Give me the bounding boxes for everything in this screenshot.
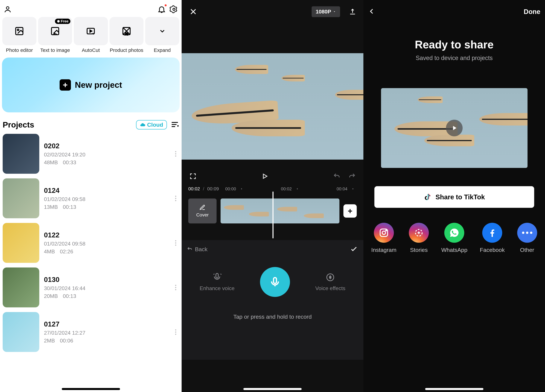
timeline[interactable]: Cover + xyxy=(182,197,363,225)
svg-text:AI: AI xyxy=(125,32,128,36)
tool-autocut[interactable]: AutoCut xyxy=(74,17,108,53)
project-menu-button[interactable] xyxy=(172,238,179,248)
sort-button[interactable] xyxy=(171,120,179,129)
project-size: 48MB xyxy=(44,159,58,166)
share-stories-button[interactable]: Stories xyxy=(409,223,429,253)
projects-header: Projects Cloud xyxy=(2,120,180,129)
instagram-icon xyxy=(374,223,394,243)
project-menu-button[interactable] xyxy=(172,283,179,292)
tick-label: 00:04 xyxy=(337,186,347,192)
tool-product-photos[interactable]: AI Product photos xyxy=(110,17,144,53)
project-duration: 02:26 xyxy=(60,248,73,255)
share-target-label: Stories xyxy=(410,247,428,253)
tool-label: Text to image xyxy=(40,47,70,53)
close-button[interactable] xyxy=(188,7,198,17)
svg-rect-9 xyxy=(273,278,277,283)
editor-panel: 1080P 00:02 / 00:09 00:00 00:02 xyxy=(182,0,363,392)
tool-label: Product photos xyxy=(110,47,143,53)
export-button[interactable] xyxy=(348,7,357,16)
svg-point-1 xyxy=(173,8,175,11)
playhead[interactable] xyxy=(272,192,273,238)
project-date: 30/01/2024 16:44 xyxy=(44,285,168,291)
voice-effects-button[interactable]: Voice effects xyxy=(315,273,345,291)
whatsapp-icon xyxy=(444,223,464,243)
video-preview[interactable] xyxy=(182,53,363,160)
enhance-voice-label: Enhance voice xyxy=(200,285,235,291)
new-project-label: New project xyxy=(75,80,122,90)
project-size: 2MB xyxy=(44,338,55,344)
fullscreen-button[interactable] xyxy=(188,172,198,181)
project-date: 01/02/2024 09:58 xyxy=(44,241,168,247)
tick-label: 00:02 xyxy=(281,186,292,192)
project-thumbnail xyxy=(3,223,39,263)
clip-strip[interactable] xyxy=(221,199,339,223)
playback-bar xyxy=(182,166,363,186)
time-current: 00:02 xyxy=(188,186,200,192)
project-row[interactable]: 0130 30/01/2024 16:44 20MB00:13 xyxy=(2,265,180,310)
share-target-label: Facebook xyxy=(480,247,505,253)
project-duration: 00:33 xyxy=(63,159,76,166)
share-other-button[interactable]: Other xyxy=(517,223,537,253)
project-size: 4MB xyxy=(44,248,55,255)
add-clip-button[interactable]: + xyxy=(343,204,357,218)
resolution-dropdown[interactable]: 1080P xyxy=(312,6,340,17)
new-project-button[interactable]: + New project xyxy=(2,58,180,112)
back-button[interactable] xyxy=(368,8,375,16)
home-indicator xyxy=(425,388,483,390)
settings-button[interactable] xyxy=(169,5,179,14)
project-row[interactable]: 0124 01/02/2024 09:58 13MB00:13 xyxy=(2,176,180,221)
project-row[interactable]: 0127 27/01/2024 12:27 2MB00:06 xyxy=(2,310,180,354)
redo-button[interactable] xyxy=(347,172,357,181)
project-menu-button[interactable] xyxy=(172,149,179,159)
share-facebook-button[interactable]: Facebook xyxy=(480,223,505,253)
enhance-voice-button[interactable]: Enhance voice xyxy=(200,273,235,291)
project-row[interactable]: 0122 01/02/2024 09:58 4MB02:26 xyxy=(2,221,180,265)
share-targets-row: Instagram Stories WhatsApp Facebook Othe… xyxy=(363,223,545,253)
undo-button[interactable] xyxy=(332,172,341,181)
plus-icon: + xyxy=(60,79,71,90)
done-button[interactable]: Done xyxy=(524,8,540,15)
project-menu-button[interactable] xyxy=(172,193,179,203)
home-topbar xyxy=(2,3,180,17)
share-whatsapp-button[interactable]: WhatsApp xyxy=(441,223,467,253)
projects-list: 0202 02/02/2024 19:20 48MB00:33 0124 01/… xyxy=(2,132,180,354)
share-instagram-button[interactable]: Instagram xyxy=(371,223,396,253)
cover-button[interactable]: Cover xyxy=(188,199,217,223)
timecode-row: 00:02 / 00:09 00:00 00:02 00:04 xyxy=(182,186,363,192)
project-thumbnail xyxy=(3,312,39,352)
profile-icon[interactable] xyxy=(3,5,12,14)
play-button[interactable] xyxy=(260,172,270,181)
project-menu-button[interactable] xyxy=(172,327,179,337)
editor-topbar: 1080P xyxy=(182,0,363,23)
tool-photo-editor[interactable]: Photo editor xyxy=(2,17,37,53)
svg-point-3 xyxy=(17,29,19,31)
voiceover-panel: Back Enhance voice Voice effects Tap or … xyxy=(182,240,363,360)
play-icon[interactable] xyxy=(446,120,463,136)
confirm-button[interactable] xyxy=(350,245,358,254)
svg-point-0 xyxy=(6,7,9,9)
tool-text-to-image[interactable]: Free Text to image xyxy=(38,17,72,53)
back-button[interactable]: Back xyxy=(187,246,208,253)
home-indicator xyxy=(243,388,302,390)
resolution-label: 1080P xyxy=(316,9,331,15)
share-target-label: WhatsApp xyxy=(441,247,467,253)
share-tiktok-label: Share to TikTok xyxy=(435,193,485,201)
share-preview[interactable] xyxy=(381,88,527,168)
record-button[interactable] xyxy=(260,267,290,297)
project-row[interactable]: 0202 02/02/2024 19:20 48MB00:33 xyxy=(2,132,180,176)
stories-icon xyxy=(409,223,429,243)
cloud-button[interactable]: Cloud xyxy=(136,120,167,129)
project-duration: 00:13 xyxy=(63,204,76,210)
notifications-button[interactable] xyxy=(157,5,166,14)
svg-point-4 xyxy=(57,20,60,23)
project-size: 20MB xyxy=(44,293,58,299)
share-tiktok-button[interactable]: Share to TikTok xyxy=(374,186,534,208)
project-duration: 00:06 xyxy=(60,338,73,344)
share-topbar: Done xyxy=(363,0,545,23)
home-indicator xyxy=(62,388,120,390)
time-total: 00:09 xyxy=(207,186,219,192)
projects-title: Projects xyxy=(3,120,34,129)
tool-expand[interactable]: Expand xyxy=(145,17,179,53)
project-thumbnail xyxy=(3,267,39,307)
share-header: Ready to share Saved to device and proje… xyxy=(363,38,545,61)
